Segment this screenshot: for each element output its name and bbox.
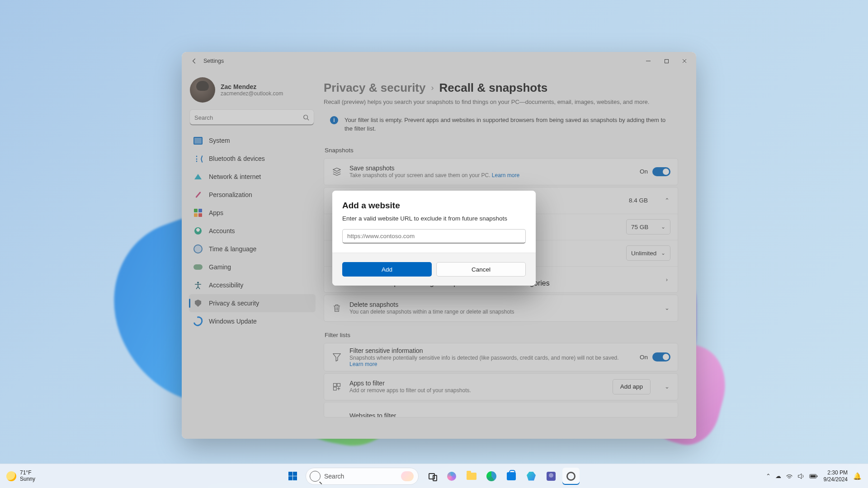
cancel-button[interactable]: Cancel <box>436 262 526 277</box>
weather-icon <box>6 471 16 481</box>
weather-condition: Sunny <box>20 476 35 483</box>
edge-icon <box>486 471 496 481</box>
store-button[interactable] <box>503 468 520 485</box>
folder-icon <box>467 473 476 480</box>
store-icon <box>507 472 516 480</box>
search-icon <box>310 471 321 482</box>
date: 9/24/2024 <box>824 476 848 483</box>
onedrive-icon[interactable]: ☁ <box>775 473 781 479</box>
add-button[interactable]: Add <box>342 262 432 277</box>
settings-taskbar-button[interactable] <box>562 468 580 485</box>
svg-rect-10 <box>816 475 817 477</box>
network-tray-icon[interactable] <box>786 473 793 479</box>
weather-widget[interactable]: 71°F Sunny <box>0 470 113 483</box>
svg-rect-11 <box>810 475 816 477</box>
teams-button[interactable] <box>542 468 560 485</box>
volume-icon[interactable] <box>797 473 805 479</box>
clock[interactable]: 2:30 PM 9/24/2024 <box>824 469 848 483</box>
system-tray[interactable]: ⌃ ☁ <box>766 473 818 479</box>
add-website-dialog: Add a website Enter a valid website URL … <box>332 191 536 286</box>
teams-icon <box>547 472 556 481</box>
search-highlight-icon <box>401 471 414 481</box>
windows-icon <box>288 472 297 480</box>
gear-icon <box>566 472 576 481</box>
dialog-message: Enter a valid website URL to exclude it … <box>342 215 526 222</box>
start-button[interactable] <box>284 468 301 485</box>
taskbar: 71°F Sunny Search ⌃ ☁ 2:30 PM 9/24/2024 <box>0 464 868 488</box>
notifications-button[interactable]: 🔔 <box>853 472 862 480</box>
taskbar-search[interactable]: Search <box>306 468 419 485</box>
tray-overflow-icon[interactable]: ⌃ <box>766 473 771 479</box>
edge-button[interactable] <box>483 468 500 485</box>
battery-icon[interactable] <box>809 474 818 479</box>
copilot-icon <box>447 472 456 481</box>
task-view-icon <box>429 473 435 479</box>
copilot-alt-icon <box>527 472 536 481</box>
website-url-input[interactable] <box>342 229 526 244</box>
search-placeholder: Search <box>324 473 397 480</box>
time: 2:30 PM <box>824 469 848 476</box>
copilot-button[interactable] <box>443 468 460 485</box>
copilot2-button[interactable] <box>523 468 540 485</box>
weather-temp: 71°F <box>20 470 35 476</box>
explorer-button[interactable] <box>463 468 480 485</box>
task-view-button[interactable] <box>423 468 440 485</box>
dialog-title: Add a website <box>342 201 526 211</box>
